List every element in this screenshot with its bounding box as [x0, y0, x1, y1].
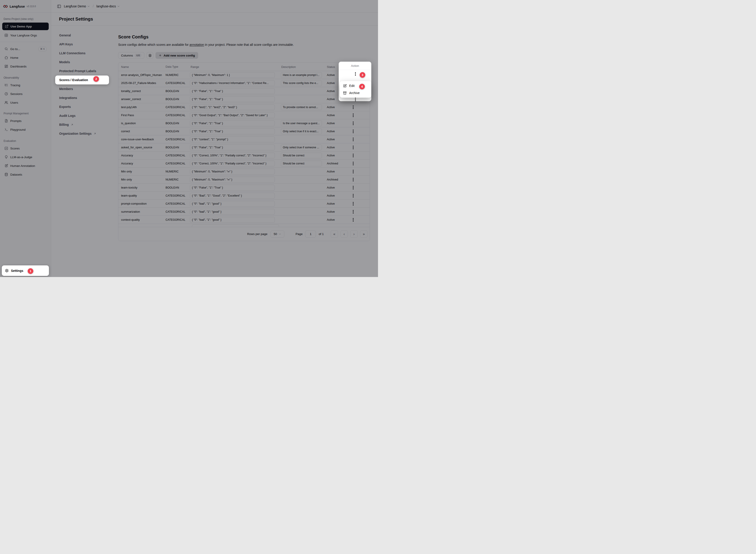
chevron-down-icon: [279, 233, 281, 235]
sidebar-item-dashboards[interactable]: Dashboards: [2, 63, 49, 70]
sidebar-item-prompts[interactable]: Prompts: [2, 117, 49, 125]
settings-nav-llm-connections[interactable]: LLM Connections: [59, 49, 112, 58]
settings-nav-general[interactable]: General: [59, 31, 112, 40]
sidebar-item-settings[interactable]: Settings: [2, 265, 49, 276]
menu-item-archive[interactable]: Archive: [341, 89, 370, 97]
cell-name: answer_correct: [118, 97, 163, 101]
row1-actions-kebab-button[interactable]: [352, 71, 359, 77]
menu-item-edit[interactable]: Edit: [341, 82, 370, 89]
add-score-config-button[interactable]: Add new score config: [156, 52, 198, 59]
row-actions-kebab-button[interactable]: [350, 144, 356, 151]
settings-nav-api-keys[interactable]: API Keys: [59, 40, 112, 49]
sidebar-nav: Go to... ⌘ K Home Dashboards Observabili…: [0, 45, 51, 178]
row-actions-kebab-button[interactable]: [350, 192, 356, 199]
grid-icon: [4, 34, 8, 37]
brand-name: Langfuse: [10, 4, 25, 8]
kebab-icon: [353, 155, 354, 156]
sidebar-item-playground[interactable]: Playground: [2, 126, 49, 133]
settings-nav-protected-prompt-labels[interactable]: Protected Prompt Labels: [59, 67, 112, 75]
table-row: is_question BOOLEAN { "0": "False", "1":…: [118, 119, 370, 127]
cell-status: Active: [324, 194, 337, 197]
table-row: Min only NUMERIC { "Minimum": 0, "Maximu…: [118, 176, 370, 184]
section-prompt-management: Prompt Management: [0, 112, 51, 115]
use-demo-app-button[interactable]: Use Demo App: [2, 22, 49, 30]
settings-nav-organization-settings[interactable]: Organization Settings: [59, 129, 112, 138]
cell-data-type: CATEGORICAL: [163, 162, 188, 165]
rows-per-page-select[interactable]: 50: [271, 230, 284, 238]
settings-nav-scores-evaluation[interactable]: Scores / Evaluation: [55, 75, 109, 85]
row-actions-kebab-button[interactable]: [350, 120, 356, 126]
settings-nav-models[interactable]: Models: [59, 58, 112, 67]
sidebar-item-sessions[interactable]: Sessions: [2, 90, 49, 98]
project-label: Demo Project (view only): [0, 17, 51, 21]
settings-content: General API Keys LLM Connections Models …: [51, 25, 378, 277]
row-actions-kebab-button[interactable]: [350, 152, 356, 159]
row-actions-kebab-button[interactable]: [350, 128, 356, 134]
cell-description: Only select true if someone ...: [278, 145, 324, 150]
app-version: v3.113.0: [26, 5, 36, 8]
settings-nav-integrations[interactable]: Integrations: [59, 93, 112, 102]
row-actions-kebab-button[interactable]: [350, 160, 356, 167]
range-value-box: { "0": "False", "1": "True" }: [190, 185, 275, 190]
step-badge-4: 4: [359, 84, 365, 89]
settings-nav-audit-logs[interactable]: Audit Logs: [59, 111, 112, 120]
row-actions-kebab-button[interactable]: [350, 209, 356, 215]
sidebar-item-tracing[interactable]: Tracing: [2, 81, 49, 89]
range-value-box: { "0": "False", "1": "True" }: [190, 145, 275, 150]
last-page-button[interactable]: »: [360, 230, 368, 238]
settings-nav-exports[interactable]: Exports: [59, 102, 112, 111]
terminal-icon: [4, 128, 8, 131]
settings-nav-billing[interactable]: Billing: [59, 120, 112, 129]
sidebar-item-your-orgs[interactable]: Your Langfuse Orgs: [2, 32, 49, 39]
annotation-link[interactable]: annotation: [190, 43, 204, 47]
table-header-row: Name Data Type Range Description Status …: [118, 63, 370, 71]
range-value-box: { "Minimum": 0, "Maximum": 1 }: [190, 72, 275, 78]
cell-status: Active: [324, 73, 337, 76]
page-number-input[interactable]: [305, 230, 316, 238]
sidebar-item-datasets[interactable]: Datasets: [2, 171, 49, 178]
next-page-button[interactable]: ›: [350, 230, 358, 238]
table-row: asked_for_open_source BOOLEAN { "0": "Fa…: [118, 144, 370, 152]
breadcrumb-project[interactable]: langfuse-docs: [97, 4, 120, 8]
kebab-icon: [353, 187, 354, 188]
row-actions-kebab-button[interactable]: [350, 112, 356, 118]
cell-action: [337, 104, 369, 110]
columns-button[interactable]: Columns 6/8: [118, 52, 144, 59]
previous-page-button[interactable]: ‹: [340, 230, 348, 238]
row-height-button[interactable]: [147, 52, 153, 59]
cell-data-type: BOOLEAN: [163, 98, 188, 101]
page-label: Page: [295, 232, 303, 236]
range-value-box: { "0": "False", "1": "True" }: [190, 128, 275, 134]
description-value-box: Should be correct: [281, 161, 322, 166]
score-configs-title: Score Configs: [118, 35, 370, 40]
cell-range: { "0": "False", "1": "True" }: [188, 185, 278, 190]
sidebar-item-human-annotation[interactable]: Human Annotation: [2, 162, 49, 170]
row-actions-kebab-button[interactable]: [350, 136, 356, 143]
kebab-icon: [353, 147, 354, 148]
cell-status: Archived: [324, 178, 337, 181]
sidebar-item-home[interactable]: Home: [2, 54, 49, 61]
first-page-button[interactable]: «: [331, 230, 338, 238]
settings-nav-members[interactable]: Members: [59, 85, 112, 93]
row-actions-kebab-button[interactable]: [350, 217, 356, 223]
row-actions-kebab-button[interactable]: [350, 168, 356, 175]
column-header-status: Status: [324, 65, 337, 69]
sidebar-toggle-icon[interactable]: [57, 4, 61, 8]
row-actions-kebab-button[interactable]: [350, 176, 356, 183]
archive-icon: [343, 91, 347, 95]
sidebar-item-llm-judge[interactable]: LLM-as-a-Judge: [2, 153, 49, 161]
cell-name: test-july14th: [118, 105, 163, 109]
settings-label: Settings: [11, 269, 23, 273]
sidebar-item-goto[interactable]: Go to... ⌘ K: [2, 45, 49, 53]
row-actions-kebab-button[interactable]: [350, 104, 356, 110]
sidebar: Langfuse v3.113.0 Demo Project (view onl…: [0, 0, 51, 277]
cell-name: Min only: [118, 178, 163, 181]
cell-name: Accuracy: [118, 154, 163, 157]
sidebar-item-scores[interactable]: Scores: [2, 145, 49, 152]
row-actions-kebab-button[interactable]: [350, 184, 356, 191]
lightbulb-icon: [4, 155, 8, 159]
row-actions-kebab-button[interactable]: [350, 201, 356, 207]
sidebar-item-users[interactable]: Users: [2, 99, 49, 106]
search-icon: [4, 47, 8, 51]
breadcrumb-org[interactable]: Langfuse Demo: [64, 4, 90, 8]
